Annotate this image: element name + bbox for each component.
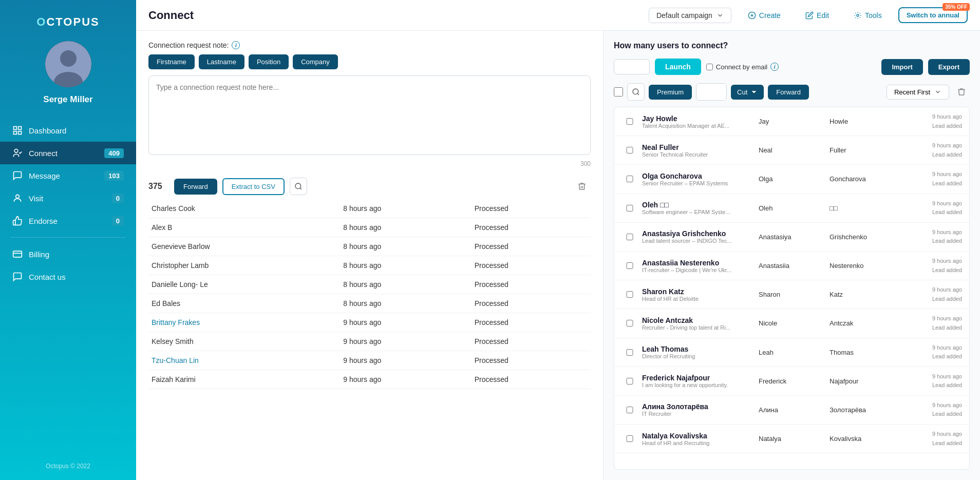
contact-subtitle: I am looking for a new opportunity. [642, 382, 755, 388]
table-row[interactable]: Alex B 8 hours ago Processed [148, 218, 591, 237]
lead-added-label: Lead added [932, 123, 962, 129]
list-item[interactable]: Oleh □□ Software engineer – EPAM Syste..… [614, 194, 969, 223]
table-row[interactable]: Tzu-Chuan Lin 9 hours ago Processed [148, 351, 591, 370]
export-button[interactable]: Export [928, 59, 970, 75]
note-textarea[interactable] [148, 75, 591, 155]
list-item[interactable]: Nicole Antczak Recruiter - Driving top t… [614, 309, 969, 338]
sidebar-item-contact-us[interactable]: Contact us [0, 265, 136, 288]
switch-annual-button[interactable]: 35% OFF Switch to annual [898, 7, 968, 23]
list-item[interactable]: Алина Золотарёва IT Recruiter Алина Золо… [614, 396, 969, 425]
cut-select[interactable]: Cut [731, 85, 764, 100]
contact-checkbox[interactable] [621, 205, 638, 212]
table-row[interactable]: Ed Bales 8 hours ago Processed [148, 294, 591, 313]
connect-email-text: Connect by email [716, 63, 767, 71]
sidebar-item-billing[interactable]: Billing [0, 243, 136, 265]
table-row[interactable]: Kelsey Smith 9 hours ago Processed [148, 332, 591, 351]
filter-search-button[interactable] [627, 83, 645, 101]
extract-csv-button[interactable]: Extract to CSV [222, 178, 285, 195]
contact-checkbox[interactable] [621, 407, 638, 413]
table-row[interactable]: Faizah Karimi 9 hours ago Processed [148, 370, 591, 389]
tag-company[interactable]: Company [293, 54, 338, 69]
contact-checkbox[interactable] [621, 320, 638, 327]
launch-button[interactable]: Launch [655, 59, 701, 75]
sidebar-item-visit[interactable]: Visit 0 [0, 187, 136, 209]
table-row[interactable]: Charles Cook 8 hours ago Processed [148, 199, 591, 218]
contact-checkbox[interactable] [621, 147, 638, 153]
list-item[interactable]: Neal Fuller Senior Technical Recruiter N… [614, 136, 969, 165]
create-button[interactable]: Create [740, 8, 789, 23]
tag-position[interactable]: Position [249, 54, 289, 69]
svg-line-18 [637, 93, 639, 95]
contact-full-name: Anastasiia Nesterenko [642, 259, 755, 267]
table-row[interactable]: Christopher Lamb 8 hours ago Processed [148, 256, 591, 275]
contact-time-right: 9 hours agoLead added [900, 285, 962, 303]
tag-firstname[interactable]: Firstname [148, 54, 195, 69]
sidebar: OCTOPUS Serge Miller Dashboard Connect 4… [0, 0, 136, 480]
contact-subtitle: Senior Recruiter – EPAM Systems [642, 180, 755, 186]
import-button[interactable]: Import [881, 59, 922, 75]
svg-point-17 [633, 89, 638, 94]
connect-email-checkbox[interactable] [706, 64, 713, 70]
contact-time-right: 9 hours agoLead added [900, 372, 962, 390]
list-item[interactable]: Olga Goncharova Senior Recruiter – EPAM … [614, 165, 969, 194]
list-item[interactable]: Anastasiia Nesterenko IT-recruiter – Dig… [614, 252, 969, 280]
contact-checkbox[interactable] [621, 349, 638, 356]
tag-lastname[interactable]: Lastname [199, 54, 244, 69]
list-item[interactable]: Jay Howle Talent Acquisition Manager at … [614, 107, 969, 136]
note-label: Connection request note: i [148, 41, 591, 49]
contact-time-right: 9 hours agoLead added [900, 228, 962, 246]
sidebar-item-endorse[interactable]: Endorse 0 [0, 209, 136, 232]
sidebar-item-message[interactable]: Message 103 [0, 164, 136, 187]
svg-point-7 [14, 149, 18, 153]
contact-full-name: Neal Fuller [642, 143, 755, 151]
contact-full-name: Natalya Kovalivska [642, 432, 755, 440]
discount-badge: 35% OFF [943, 3, 970, 11]
char-count: 300 [148, 160, 591, 167]
svg-point-14 [857, 14, 859, 16]
contact-subtitle: Lead talent sourcer – INDIGO Tec... [642, 238, 755, 244]
info-icon[interactable]: i [232, 41, 240, 49]
contact-checkbox[interactable] [621, 378, 638, 385]
contact-checkbox[interactable] [621, 262, 638, 269]
filter-trash-button[interactable] [953, 84, 970, 100]
forward-right-button[interactable]: Forward [768, 85, 809, 100]
users-count-input[interactable] [614, 59, 650, 74]
contact-info: Olga Goncharova Senior Recruiter – EPAM … [642, 172, 755, 186]
delete-contacts-button[interactable] [573, 178, 591, 195]
edit-label: Edit [817, 11, 829, 20]
contact-checkbox[interactable] [621, 176, 638, 182]
sidebar-item-dashboard[interactable]: Dashboard [0, 119, 136, 142]
contact-checkbox[interactable] [621, 118, 638, 125]
connect-by-email-label[interactable]: Connect by email i [706, 63, 779, 71]
contact-checkbox[interactable] [621, 234, 638, 240]
campaign-dropdown[interactable]: Default campaign [649, 8, 731, 23]
list-item[interactable]: Anastasiya Grishchenko Lead talent sourc… [614, 223, 969, 252]
contact-checkbox[interactable] [621, 435, 638, 442]
contact-time-right: 9 hours agoLead added [900, 430, 962, 448]
table-row[interactable]: Danielle Long- Le 8 hours ago Processed [148, 275, 591, 294]
select-all-checkbox[interactable] [614, 87, 623, 97]
table-row[interactable]: Genevieve Barlow 8 hours ago Processed [148, 237, 591, 256]
sort-dropdown[interactable]: Recent First [887, 85, 949, 100]
tools-button[interactable]: Tools [845, 8, 890, 23]
premium-filter-button[interactable]: Premium [649, 85, 692, 100]
contact-info: Natalya Kovalivska Head of HR and Recrui… [642, 432, 755, 446]
contact-name: Tzu-Chuan Lin [148, 351, 340, 370]
list-item[interactable]: Sharon Katz Head of HR at Deloitte Sharo… [614, 280, 969, 309]
contact-first-name: Neal [759, 146, 825, 154]
email-info-icon[interactable]: i [770, 63, 779, 71]
list-item[interactable]: Leah Thomas Director of Recruiting Leah … [614, 338, 969, 367]
table-row[interactable]: Brittany Frakes 9 hours ago Processed [148, 313, 591, 332]
forward-button[interactable]: Forward [174, 179, 217, 195]
launch-row: Launch Connect by email i Import Export [614, 59, 970, 75]
contact-checkbox[interactable] [621, 291, 638, 298]
search-contacts-button[interactable] [290, 178, 307, 195]
switch-label: Switch to annual [907, 11, 959, 19]
sidebar-item-connect[interactable]: Connect 409 [0, 142, 136, 164]
endorse-badge: 0 [112, 216, 124, 226]
edit-button[interactable]: Edit [797, 8, 837, 23]
list-item[interactable]: Natalya Kovalivska Head of HR and Recrui… [614, 425, 969, 453]
contact-time-right: 9 hours agoLead added [900, 343, 962, 361]
list-item[interactable]: Frederick Najafpour I am looking for a n… [614, 367, 969, 396]
contact-time: 8 hours ago [340, 237, 471, 256]
